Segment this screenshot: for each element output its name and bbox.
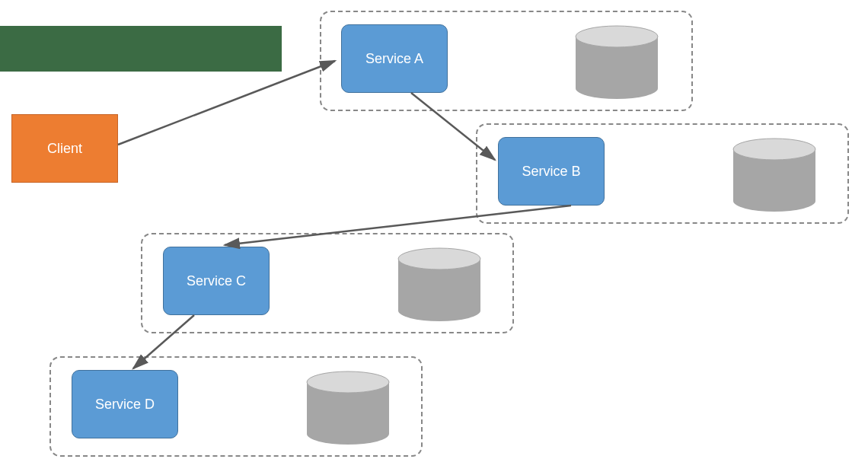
title-bar bbox=[0, 26, 282, 72]
service-c-label: Service C bbox=[187, 273, 246, 289]
service-c-box: Service C bbox=[163, 247, 270, 315]
client-label: Client bbox=[47, 141, 82, 157]
service-b-box: Service B bbox=[498, 137, 605, 206]
client-box: Client bbox=[11, 114, 118, 183]
service-b-label: Service B bbox=[522, 164, 580, 180]
service-a-label: Service A bbox=[365, 51, 423, 67]
service-d-box: Service D bbox=[72, 370, 178, 438]
service-a-box: Service A bbox=[341, 24, 448, 93]
arrow-client-to-a bbox=[118, 61, 335, 145]
service-d-label: Service D bbox=[95, 397, 155, 413]
